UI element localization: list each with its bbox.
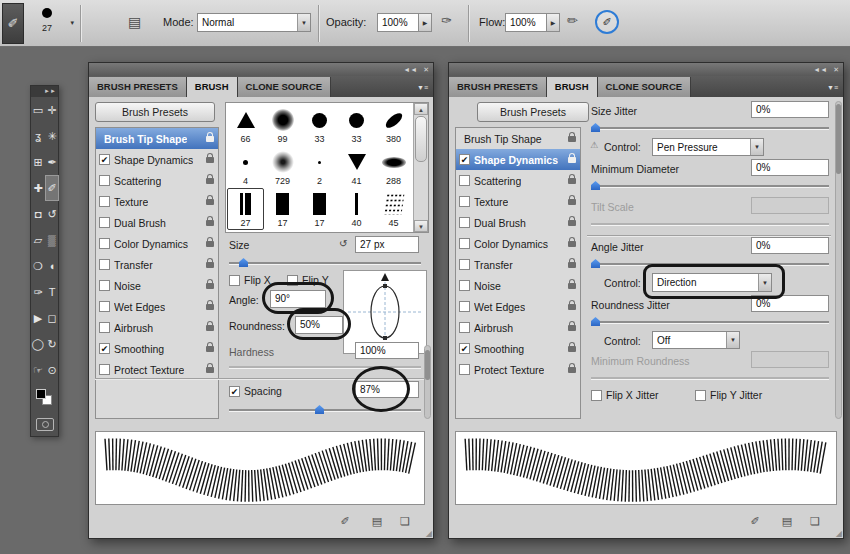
brush-section-wet-edges[interactable]: Wet Edges	[96, 296, 218, 317]
new-brush-icon[interactable]: ❏	[395, 515, 415, 528]
roundness-jitter-slider[interactable]	[591, 317, 829, 327]
brush-preset-triangle-down-41[interactable]: 41	[338, 146, 375, 188]
blur-tool[interactable]: ❍	[31, 253, 45, 279]
panel-header[interactable]: ◄◄ ✕	[449, 63, 843, 76]
checkbox[interactable]	[459, 196, 470, 207]
slider-thumb[interactable]	[591, 259, 600, 268]
panel-scrollbar[interactable]	[835, 101, 842, 419]
checkbox[interactable]: ✔	[99, 154, 110, 165]
brush-section-airbrush[interactable]: Airbrush	[456, 317, 580, 338]
type-tool[interactable]: T	[45, 279, 59, 305]
checkbox[interactable]: ✔	[459, 154, 470, 165]
checkbox[interactable]: ✔	[99, 343, 110, 354]
airbrush-toggle[interactable]: ✏	[567, 13, 578, 28]
eraser-tool[interactable]: ▱	[31, 227, 45, 253]
flow-slider-arrow[interactable]: ▶	[547, 13, 560, 32]
size-jitter-input[interactable]: 0%	[751, 101, 829, 118]
checkbox[interactable]	[99, 217, 110, 228]
brush-preset-flat-bar-27[interactable]: 27	[227, 188, 264, 230]
brush-section-shape-dynamics[interactable]: ✔Shape Dynamics	[96, 149, 218, 170]
angle-control-dropdown[interactable]: Direction ▼	[652, 273, 772, 292]
pressure-opacity-toggle[interactable]: ✑	[441, 13, 452, 28]
history-brush-tool[interactable]: ↺	[45, 201, 59, 227]
scroll-down-icon[interactable]: ▼	[414, 220, 428, 232]
brush-section-transfer[interactable]: Transfer	[456, 254, 580, 275]
checkbox[interactable]	[591, 390, 602, 401]
3d-rotate-tool[interactable]: ◯	[31, 331, 45, 357]
brush-preset-ellipse-diagonal-380[interactable]: 380	[375, 104, 412, 146]
collapse-icon[interactable]: ◄◄	[403, 66, 417, 73]
flow-input[interactable]: 100%	[505, 13, 547, 32]
brush-section-noise[interactable]: Noise	[456, 275, 580, 296]
slider-thumb[interactable]	[591, 123, 600, 132]
checkbox[interactable]	[99, 259, 110, 270]
close-icon[interactable]: ✕	[423, 66, 429, 73]
rotate-view-tool[interactable]: ↻	[45, 331, 59, 357]
checkbox[interactable]	[459, 280, 470, 291]
chevron-down-icon[interactable]: ▼	[758, 274, 771, 291]
zoom-tool[interactable]: ⊙	[45, 357, 59, 383]
hardness-input[interactable]: 100%	[355, 342, 419, 359]
minimum-diameter-input[interactable]: 0%	[751, 159, 829, 176]
brush-preset-hard-round-33[interactable]: 33	[338, 104, 375, 146]
chevron-down-icon[interactable]: ▼	[726, 332, 739, 348]
brush-section-airbrush[interactable]: Airbrush	[96, 317, 218, 338]
brush-section-color-dynamics[interactable]: Color Dynamics	[456, 233, 580, 254]
brush-section-brush-tip-shape[interactable]: Brush Tip Shape	[456, 128, 580, 149]
checkbox[interactable]	[459, 238, 470, 249]
scrollbar-thumb[interactable]	[415, 116, 427, 162]
brush-preset-ellipse-horizontal-288[interactable]: 288	[375, 146, 412, 188]
checkbox[interactable]	[99, 280, 110, 291]
checkbox[interactable]	[99, 238, 110, 249]
panel-header[interactable]: ◄◄ ✕	[89, 63, 433, 76]
angle-jitter-slider[interactable]	[591, 259, 829, 269]
flip-x-jitter-checkbox[interactable]: Flip X Jitter	[591, 389, 659, 401]
brush-preset-triangle-up-66[interactable]: 66	[227, 104, 264, 146]
live-preview-icon[interactable]: ✐	[335, 515, 355, 528]
checkbox[interactable]	[99, 196, 110, 207]
grid-scrollbar[interactable]: ▲ ▼	[413, 103, 428, 232]
shape-tool[interactable]: ◻	[45, 305, 59, 331]
panel-menu-icon[interactable]: ▼≡	[827, 84, 843, 97]
brush-preset-tiny-dot-2[interactable]: 2	[301, 146, 338, 188]
brush-preset-solid-bar-17[interactable]: 17	[301, 188, 338, 230]
checkbox[interactable]	[99, 322, 110, 333]
checkbox[interactable]: ✔	[459, 343, 470, 354]
rectangular-marquee-tool[interactable]: ▭	[31, 97, 45, 123]
slider-thumb[interactable]	[315, 405, 324, 414]
roundness-input[interactable]: 50%	[295, 316, 343, 334]
brush-preset-speckle-45[interactable]: 45	[375, 188, 412, 230]
live-preview-icon[interactable]: ✐	[745, 515, 765, 528]
flip-x-checkbox[interactable]: Flip X	[229, 274, 271, 286]
flip-y-checkbox[interactable]: Flip Y	[287, 274, 329, 286]
foreground-color-swatch[interactable]	[36, 389, 46, 399]
size-input[interactable]: 27 px	[355, 236, 419, 253]
brush-section-scattering[interactable]: Scattering	[456, 170, 580, 191]
brush-section-texture[interactable]: Texture	[96, 191, 218, 212]
checkbox[interactable]	[695, 390, 706, 401]
panel-scrollbar[interactable]	[424, 345, 431, 419]
checkbox[interactable]: ✔	[229, 386, 240, 397]
clone-stamp-tool[interactable]: ◘	[31, 201, 45, 227]
brush-section-transfer[interactable]: Transfer	[96, 254, 218, 275]
minimum-diameter-slider[interactable]	[591, 181, 829, 191]
brush-section-scattering[interactable]: Scattering	[96, 170, 218, 191]
brush-section-brush-tip-shape[interactable]: Brush Tip Shape	[96, 128, 218, 149]
chevron-down-icon[interactable]: ▼	[750, 139, 763, 155]
spacing-checkbox[interactable]: ✔Spacing	[229, 385, 282, 397]
mode-dropdown[interactable]: Normal ▼	[197, 13, 311, 32]
checkbox[interactable]	[459, 175, 470, 186]
brush-tool[interactable]: ✐	[45, 175, 59, 201]
eyedropper-tool[interactable]: ✒	[45, 149, 59, 175]
scrollbar-thumb[interactable]	[836, 104, 841, 174]
resize-grip[interactable]: ◢	[426, 529, 432, 538]
lasso-tool[interactable]: ʓ	[31, 123, 45, 149]
brush-section-texture[interactable]: Texture	[456, 191, 580, 212]
checkbox[interactable]	[459, 364, 470, 375]
current-tool-button[interactable]: ✐	[2, 3, 24, 44]
brush-preset-line-vertical-40[interactable]: 40	[338, 188, 375, 230]
slider-thumb[interactable]	[591, 181, 600, 190]
brush-preset-soft-round-99[interactable]: 99	[264, 104, 301, 146]
gradient-tool[interactable]: ▒	[45, 227, 59, 253]
brush-section-smoothing[interactable]: ✔Smoothing	[96, 338, 218, 359]
